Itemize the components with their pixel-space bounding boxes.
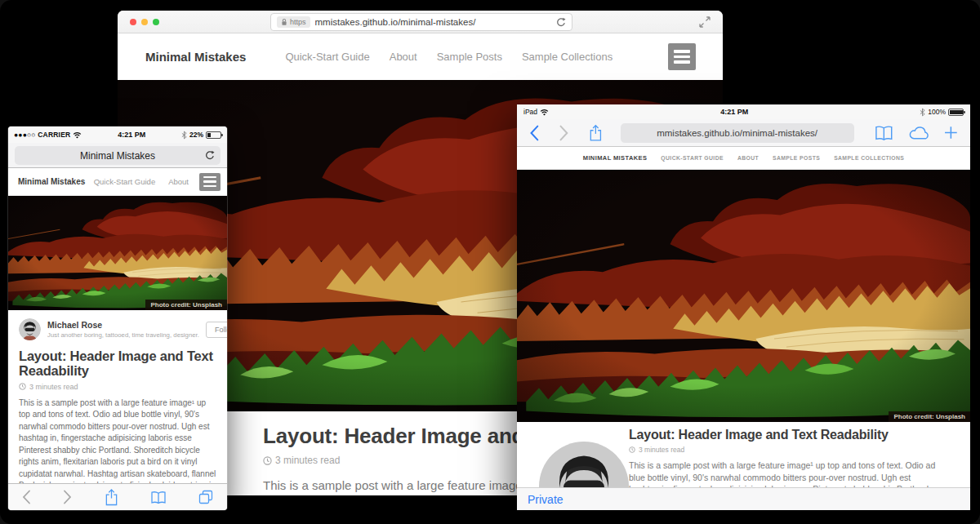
icloud-tabs-icon[interactable] xyxy=(908,126,930,140)
bookmarks-icon[interactable] xyxy=(150,491,167,504)
nav-link-about[interactable]: About xyxy=(390,51,417,63)
refresh-icon[interactable] xyxy=(556,17,566,28)
forward-icon[interactable] xyxy=(63,490,72,504)
url-text: mmistakes.github.io/minimal-mistakes/ xyxy=(657,128,817,138)
article-paragraph: This is a sample post with a large featu… xyxy=(19,397,216,483)
header-image-art xyxy=(517,170,970,422)
forward-icon[interactable] xyxy=(559,125,569,141)
safari-toolbar: mmistakes.github.io/minimal-mistakes/ xyxy=(517,119,970,147)
status-time: 4:21 PM xyxy=(82,131,181,139)
tabs-icon[interactable] xyxy=(198,490,213,504)
nav-link-sample-collections[interactable]: Sample Collections xyxy=(834,155,904,161)
battery-percent-text: 100% xyxy=(928,108,946,116)
share-icon[interactable] xyxy=(589,124,603,142)
device-label: iPad xyxy=(523,108,537,116)
read-time-text: 3 minutes read xyxy=(29,383,78,391)
nav-link-sample-posts[interactable]: Sample Posts xyxy=(437,51,502,63)
clock-icon xyxy=(629,446,635,453)
battery-icon xyxy=(948,109,964,116)
status-time: 4:21 PM xyxy=(549,108,920,116)
url-text: mmistakes.github.io/minimal-mistakes/ xyxy=(315,17,551,27)
hamburger-menu-button[interactable] xyxy=(199,173,220,191)
hamburger-menu-button[interactable] xyxy=(668,43,696,70)
article-paragraph: This is a sample post with a large featu… xyxy=(629,460,939,487)
site-navbar-scaled: Minimal Mistakes Quick-Start Guide About… xyxy=(517,147,970,170)
read-time-meta: 3 minutes read xyxy=(19,383,216,391)
close-button[interactable] xyxy=(130,19,136,25)
author-block: Michael Rose Just another boring, tattoo… xyxy=(517,422,629,487)
refresh-icon[interactable] xyxy=(205,150,215,161)
iphone-status-bar: ●●●○○ CARRIER 4:21 PM 22% xyxy=(8,127,227,143)
back-icon[interactable] xyxy=(529,125,540,141)
private-button[interactable]: Private xyxy=(528,493,564,506)
iphone-address-bar[interactable]: Minimal Mistakes xyxy=(15,146,220,165)
page-title-text: Minimal Mistakes xyxy=(80,150,155,162)
nav-link-about[interactable]: About xyxy=(737,155,759,161)
minimize-button[interactable] xyxy=(141,19,148,25)
photo-credit: Photo credit: Unsplash xyxy=(889,411,970,422)
follow-button[interactable]: Follow xyxy=(206,322,227,338)
window-controls xyxy=(130,19,159,25)
article-content: Michael Rose Just another boring, tattoo… xyxy=(8,310,227,483)
wifi-icon xyxy=(540,109,549,116)
clock-icon xyxy=(263,456,272,465)
back-icon[interactable] xyxy=(22,490,31,504)
window-titlebar: https mmistakes.github.io/minimal-mistak… xyxy=(118,11,723,33)
article-main: Layout: Header Image and Text Readabilit… xyxy=(629,428,939,487)
zoom-button[interactable] xyxy=(153,19,159,25)
read-time-meta: 3 minutes read xyxy=(629,446,939,454)
photo-credit: Photo credit: Unsplash xyxy=(145,300,227,310)
avatar xyxy=(539,442,629,487)
author-bio: Just another boring, tattooed, time trav… xyxy=(47,331,199,339)
expand-icon[interactable] xyxy=(699,16,710,28)
article-title: Layout: Header Image and Text Readabilit… xyxy=(629,428,939,442)
ipad-device: iPad 4:21 PM 100% xyxy=(517,104,970,510)
battery-percent-text: 22% xyxy=(189,131,203,139)
site-brand-link[interactable]: Minimal Mistakes xyxy=(583,154,648,162)
autumn-leaves-photo xyxy=(517,170,970,422)
nav-link-quick-start-guide[interactable]: Quick-Start Guide xyxy=(285,51,369,63)
composite-canvas: https mmistakes.github.io/minimal-mistak… xyxy=(0,0,980,524)
carrier-signal-text: ●●●○○ CARRIER xyxy=(14,131,70,139)
add-tab-icon[interactable] xyxy=(944,126,958,140)
nav-link-about[interactable]: About xyxy=(168,177,189,186)
article-title: Layout: Header Image and Text Readabilit… xyxy=(19,349,216,379)
iphone-url-row: Minimal Mistakes xyxy=(8,143,227,168)
article-content: Michael Rose Just another boring, tattoo… xyxy=(517,422,970,487)
private-browsing-bar: Private xyxy=(517,487,970,510)
wifi-icon xyxy=(73,131,82,139)
iphone-device: ●●●○○ CARRIER 4:21 PM 22% Minimal Mistak… xyxy=(8,127,227,510)
header-image: Photo credit: Unsplash xyxy=(8,196,227,310)
site-navbar-mobile: Minimal Mistakes Quick-Start Guide About xyxy=(8,168,227,196)
share-icon[interactable] xyxy=(105,489,118,506)
lock-icon xyxy=(281,18,287,26)
author-block: Michael Rose Just another boring, tattoo… xyxy=(19,318,216,340)
author-photo xyxy=(19,318,41,340)
bluetooth-icon xyxy=(920,108,925,117)
header-image-art xyxy=(8,196,227,310)
site-brand-link[interactable]: Minimal Mistakes xyxy=(145,50,246,64)
site-brand-link[interactable]: Minimal Mistakes xyxy=(18,177,85,186)
https-badge: https xyxy=(277,16,310,28)
site-navbar: Minimal Mistakes Quick-Start Guide About… xyxy=(118,33,723,80)
address-bar[interactable]: https mmistakes.github.io/minimal-mistak… xyxy=(270,13,572,31)
clock-icon xyxy=(19,383,26,390)
nav-link-quick-start-guide[interactable]: Quick-Start Guide xyxy=(94,177,156,186)
header-image: Photo credit: Unsplash xyxy=(517,170,970,422)
nav-link-sample-collections[interactable]: Sample Collections xyxy=(522,51,612,63)
battery-icon xyxy=(206,131,221,139)
bookmarks-icon[interactable] xyxy=(874,125,894,141)
author-name: Michael Rose xyxy=(47,320,199,331)
https-label: https xyxy=(290,18,306,26)
read-time-text: 3 minutes read xyxy=(639,446,684,454)
safari-bottom-toolbar xyxy=(8,483,227,510)
autumn-leaves-photo xyxy=(8,196,227,310)
ipad-address-bar[interactable]: mmistakes.github.io/minimal-mistakes/ xyxy=(621,123,854,143)
ipad-status-bar: iPad 4:21 PM 100% xyxy=(517,104,970,119)
author-photo xyxy=(539,442,629,487)
nav-link-sample-posts[interactable]: Sample Posts xyxy=(773,155,820,161)
nav-link-quick-start-guide[interactable]: Quick-Start Guide xyxy=(661,155,724,161)
read-time-text: 3 minutes read xyxy=(275,455,340,466)
bluetooth-icon xyxy=(181,131,187,140)
avatar xyxy=(19,318,41,340)
